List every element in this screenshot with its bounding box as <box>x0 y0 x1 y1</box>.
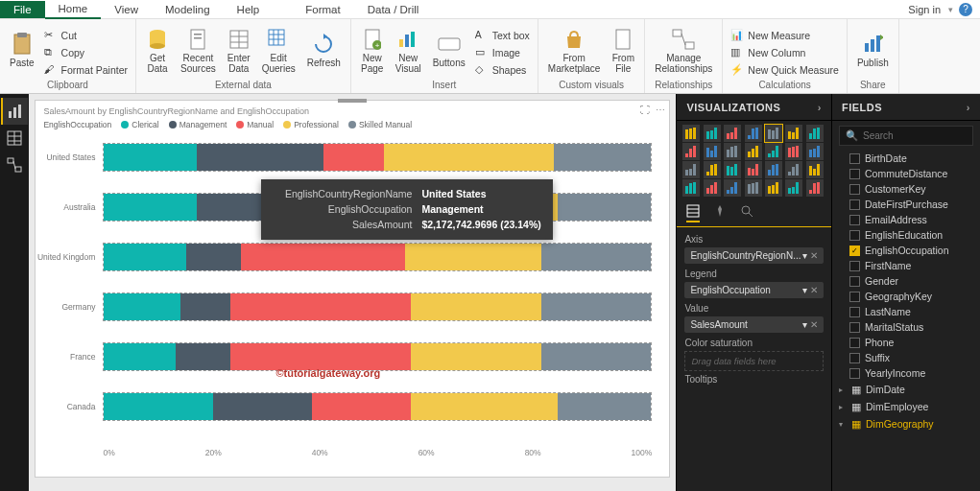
legend-field-pill[interactable]: EnglishOccupation▾ ✕ <box>684 282 824 298</box>
format-painter-button[interactable]: 🖌Format Painter <box>42 62 130 78</box>
tab-help[interactable]: Help <box>224 1 274 18</box>
bar-segment[interactable] <box>323 144 384 171</box>
new-page-button[interactable]: +New Page <box>357 26 388 76</box>
bar-segment[interactable] <box>213 393 312 420</box>
image-button[interactable]: ▭Image <box>473 45 532 60</box>
checkbox[interactable] <box>849 368 860 379</box>
checkbox[interactable] <box>849 276 860 287</box>
field-item[interactable]: EnglishEducation <box>832 227 980 243</box>
bar-segment[interactable] <box>554 144 652 171</box>
bar-segment[interactable] <box>405 244 542 270</box>
viz-type-icon[interactable] <box>765 179 782 197</box>
copy-button[interactable]: ⧉Copy <box>42 45 130 60</box>
bar-row[interactable] <box>103 292 652 321</box>
enter-data-button[interactable]: Enter Data <box>224 26 254 76</box>
field-item[interactable]: DateFirstPurchase <box>832 197 980 212</box>
table-item[interactable]: ▸▦DimEmployee <box>832 398 980 415</box>
viz-type-icon[interactable] <box>785 179 802 197</box>
checkbox[interactable] <box>849 307 860 317</box>
viz-type-icon[interactable] <box>785 125 802 142</box>
field-item[interactable]: MaritalStatus <box>832 319 980 335</box>
field-item[interactable]: Gender <box>832 273 980 289</box>
model-view-button[interactable] <box>1 152 28 178</box>
table-item[interactable]: ▸▦DimDate <box>832 381 980 398</box>
focus-mode-icon[interactable]: ⛶ <box>640 105 650 115</box>
publish-button[interactable]: Publish <box>853 31 893 70</box>
help-icon[interactable]: ? <box>959 3 972 16</box>
bar-segment[interactable] <box>104 393 213 420</box>
checkbox[interactable] <box>849 261 860 271</box>
checkbox[interactable] <box>849 246 860 256</box>
viz-type-icon[interactable] <box>765 161 782 178</box>
bar-row[interactable] <box>103 392 652 421</box>
bar-segment[interactable] <box>411 293 542 320</box>
viz-type-icon[interactable] <box>682 125 700 142</box>
viz-type-icon[interactable] <box>806 125 824 142</box>
field-item[interactable]: CustomerKey <box>832 181 980 197</box>
fields-tab[interactable] <box>686 204 700 222</box>
viz-type-icon[interactable] <box>806 143 824 160</box>
field-item[interactable]: EnglishOccupation <box>832 243 980 258</box>
new-measure-button[interactable]: 📊New Measure <box>729 28 841 43</box>
viz-type-icon[interactable] <box>704 125 721 142</box>
shapes-button[interactable]: ◇Shapes <box>473 62 532 78</box>
refresh-button[interactable]: Refresh <box>303 31 345 70</box>
bar-segment[interactable] <box>558 194 651 221</box>
field-item[interactable]: CommuteDistance <box>832 166 980 181</box>
bar-segment[interactable] <box>197 144 323 171</box>
bar-segment[interactable] <box>230 293 411 320</box>
bar-segment[interactable] <box>384 144 554 171</box>
from-file-button[interactable]: From File <box>608 26 638 76</box>
viz-type-icon[interactable] <box>745 143 762 160</box>
bar-segment[interactable] <box>541 343 651 370</box>
viz-type-icon[interactable] <box>682 161 700 178</box>
bar-row[interactable] <box>103 243 652 271</box>
bar-segment[interactable] <box>541 244 651 270</box>
more-options-icon[interactable]: ⋯ <box>656 105 665 115</box>
axis-field-pill[interactable]: EnglishCountryRegionN...▾ ✕ <box>684 247 824 264</box>
report-view-button[interactable] <box>1 98 28 125</box>
new-column-button[interactable]: ▥New Column <box>729 45 841 60</box>
tab-format[interactable]: Format <box>292 1 353 18</box>
search-input[interactable] <box>863 130 980 141</box>
colorsat-well[interactable]: Drag data fields here <box>684 351 824 371</box>
field-item[interactable]: LastName <box>832 304 980 319</box>
viz-type-icon[interactable] <box>724 125 741 142</box>
tab-home[interactable]: Home <box>45 0 102 19</box>
viz-type-icon[interactable] <box>682 143 700 160</box>
bar-segment[interactable] <box>411 343 542 370</box>
field-item[interactable]: Suffix <box>832 350 980 365</box>
bar-segment[interactable] <box>104 144 197 171</box>
field-item[interactable]: EmailAddress <box>832 212 980 227</box>
bar-segment[interactable] <box>541 293 651 320</box>
viz-type-icon[interactable] <box>724 143 741 160</box>
checkbox[interactable] <box>849 338 860 348</box>
bar-segment[interactable] <box>180 293 229 320</box>
cut-button[interactable]: ✂Cut <box>42 28 130 43</box>
remove-icon[interactable]: ✕ <box>810 319 818 330</box>
field-item[interactable]: GeographyKey <box>832 289 980 304</box>
field-item[interactable]: YearlyIncome <box>832 365 980 381</box>
bar-segment[interactable] <box>186 244 241 270</box>
viz-type-icon[interactable] <box>765 143 782 160</box>
collapse-icon[interactable]: › <box>967 102 970 113</box>
sign-in-link[interactable]: Sign in <box>908 4 948 15</box>
table-item[interactable]: ▾▦DimGeography <box>832 415 980 433</box>
chart-visual[interactable]: ⛶ ⋯ SalesAmount by EnglishCountryRegionN… <box>35 100 670 478</box>
bar-segment[interactable] <box>104 343 175 370</box>
tab-modeling[interactable]: Modeling <box>152 1 224 18</box>
viz-type-icon[interactable] <box>745 161 762 178</box>
bar-segment[interactable] <box>230 343 411 370</box>
checkbox[interactable] <box>849 153 860 164</box>
checkbox[interactable] <box>849 292 860 302</box>
new-visual-button[interactable]: New Visual <box>392 26 425 76</box>
checkbox[interactable] <box>849 169 860 179</box>
recent-sources-button[interactable]: Recent Sources <box>177 26 220 76</box>
viz-type-icon[interactable] <box>765 125 782 142</box>
chevron-down-icon[interactable]: ▾ <box>948 5 959 14</box>
field-item[interactable]: BirthDate <box>832 151 980 166</box>
viz-type-icon[interactable] <box>745 125 762 142</box>
tab-data-drill[interactable]: Data / Drill <box>354 1 433 18</box>
field-item[interactable]: Phone <box>832 335 980 350</box>
viz-type-icon[interactable] <box>682 179 700 197</box>
